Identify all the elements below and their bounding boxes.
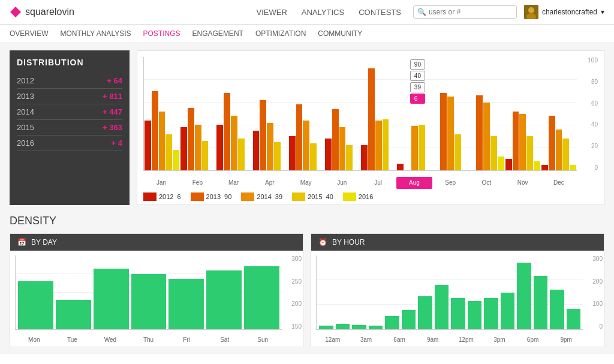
y-150: 150 (291, 323, 302, 330)
bar-6am (385, 316, 399, 329)
bar-dec-2014 (556, 130, 562, 170)
distribution-section: DISTRIBUTION 2012 64 2013 811 2014 447 2… (10, 50, 604, 205)
nav-viewer[interactable]: VIEWER (257, 8, 287, 17)
x-sun: Sun (243, 336, 282, 343)
bar-7am (402, 310, 416, 329)
subnav-engagement[interactable]: ENGAGEMENT (192, 29, 243, 38)
month-apr (252, 57, 288, 170)
x-label-mar: Mar (216, 177, 252, 189)
bar-mar-2013 (224, 93, 230, 170)
nav-contests[interactable]: CONTESTS (359, 8, 401, 17)
x-axis: Jan Feb Mar Apr May Jun Jul Aug Sep Oct … (143, 177, 577, 189)
bar-jul-2012 (361, 145, 368, 170)
bar-jul-2014 (375, 121, 382, 170)
dist-row-2015: 2015 363 (17, 120, 122, 136)
bar-oct-2013 (476, 95, 483, 170)
month-jun (324, 57, 360, 170)
dist-year-2012: 2012 (17, 76, 34, 85)
search-icon: 🔍 (417, 8, 426, 16)
bar-nov-2015 (526, 136, 533, 170)
bar-sat (206, 270, 242, 329)
bar-jun-2015 (346, 145, 353, 170)
bar-aug-2015 (419, 125, 425, 170)
bar-chart: 100 80 60 40 20 0 (143, 57, 598, 189)
x-label-sep: Sep (432, 177, 468, 189)
dist-count-2014: 447 (103, 107, 122, 116)
search-bar[interactable]: 🔍 (413, 5, 517, 19)
bar-oct-2015 (490, 136, 497, 170)
x-6am: 6am (383, 336, 416, 343)
subnav-monthly[interactable]: MONTHLY ANALYSIS (60, 29, 131, 38)
y-300: 300 (291, 255, 302, 262)
y-label-80: 80 (591, 79, 598, 85)
logo-icon (10, 6, 22, 18)
legend-year-2016: 2016 (359, 193, 373, 200)
main-content: DISTRIBUTION 2012 64 2013 811 2014 447 2… (0, 43, 614, 354)
bar-1am (336, 324, 350, 329)
y-250: 250 (291, 278, 302, 285)
legend-val-2013: 90 (224, 193, 231, 200)
bar-dec-2015 (562, 139, 569, 170)
legend-color-2015 (292, 192, 305, 201)
month-may (288, 57, 324, 170)
bar-mar-2015 (238, 139, 245, 170)
dist-year-2015: 2015 (17, 123, 34, 132)
user-menu[interactable]: charlestoncrafted ▾ (524, 5, 604, 19)
bar-chart-container: 100 80 60 40 20 0 (137, 50, 604, 205)
y-h-300: 300 (592, 255, 603, 262)
bar-dec-2016 (570, 165, 576, 170)
by-day-chart: 📅 BY DAY 300 250 200 150 (10, 233, 303, 347)
bar-nov-2014 (519, 114, 526, 171)
by-hour-label: BY HOUR (332, 238, 365, 246)
legend-val-2015: 40 (326, 193, 333, 200)
nav-analytics[interactable]: ANALYTICS (302, 8, 344, 17)
subnav-optimization[interactable]: OPTIMIZATION (255, 29, 306, 38)
by-day-label: BY DAY (31, 238, 57, 246)
logo[interactable]: squarelovin (10, 6, 74, 18)
bar-nov-2012 (505, 159, 512, 170)
dist-row-2014: 2014 447 (17, 104, 122, 120)
bar-jun-2013 (332, 109, 339, 170)
x-9pm: 9pm (549, 336, 583, 343)
dist-count-2012: 64 (107, 76, 122, 85)
bar-sep-2015 (455, 134, 461, 170)
month-oct (469, 57, 505, 170)
search-input[interactable] (429, 8, 513, 16)
legend-2012: 2012 6 (143, 192, 181, 201)
bar-sep-2014 (447, 97, 454, 170)
avatar (524, 5, 538, 19)
x-tue: Tue (53, 336, 92, 343)
bar-dec-2012 (541, 165, 548, 170)
legend-year-2015: 2015 (308, 193, 322, 200)
legend-val-2014: 39 (275, 193, 282, 200)
bar-tue (56, 300, 91, 329)
bar-jun-2014 (339, 127, 346, 170)
y-label-20: 20 (591, 143, 598, 149)
subnav-community[interactable]: COMMUNITY (318, 29, 362, 38)
dist-count-2016: 4 (112, 139, 122, 148)
x-label-jan: Jan (143, 177, 179, 189)
bar-may-2013 (296, 104, 303, 170)
by-hour-header: ⏰ BY HOUR (311, 234, 604, 251)
subnav-postings[interactable]: POSTINGS (143, 29, 180, 38)
dist-row-2013: 2013 811 (17, 89, 122, 104)
month-jul (360, 57, 396, 170)
density-section: DENSITY 📅 BY DAY 300 (10, 215, 604, 347)
bar-jan-2015 (165, 134, 172, 170)
bar-oct-2014 (483, 103, 490, 170)
by-day-bars (15, 255, 282, 330)
density-title: DENSITY (10, 215, 604, 227)
legend-2015: 2015 40 (292, 192, 333, 201)
bar-thu (131, 274, 167, 329)
month-aug (396, 57, 432, 170)
chart-area (143, 57, 577, 171)
subnav-overview[interactable]: OVERVIEW (10, 29, 48, 38)
bar-may-2012 (289, 136, 296, 170)
bar-jan-2013 (152, 91, 158, 170)
by-day-body: 300 250 200 150 (10, 251, 303, 347)
dist-year-2014: 2014 (17, 107, 34, 116)
y-h-0: 0 (599, 323, 603, 330)
x-12pm: 12pm (450, 336, 483, 343)
by-day-x-labels: Mon Tue Wed Thu Fri Sat Sun (15, 332, 282, 347)
y-label-0: 0 (594, 164, 598, 171)
